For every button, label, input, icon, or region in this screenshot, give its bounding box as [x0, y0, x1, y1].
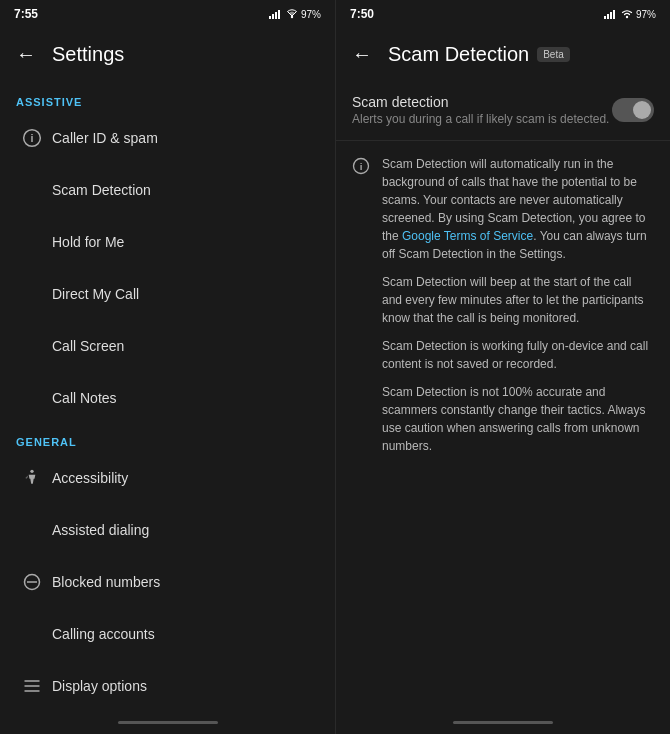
svg-text:i: i [30, 132, 33, 144]
accessibility-icon [16, 468, 48, 488]
blocked-numbers-label: Blocked numbers [52, 574, 319, 590]
svg-rect-16 [604, 16, 606, 19]
right-panel: 7:50 97% ← Scam Detection Beta Scam [335, 0, 670, 734]
svg-rect-3 [278, 10, 280, 19]
right-header: ← Scam Detection Beta [336, 28, 670, 80]
right-wifi-icon [621, 9, 633, 19]
right-back-button[interactable]: ← [352, 43, 372, 66]
beta-badge: Beta [537, 47, 570, 62]
info-para-2: Scam Detection will beep at the start of… [382, 273, 654, 327]
direct-call-label: Direct My Call [52, 286, 319, 302]
left-nav-bar [118, 721, 218, 724]
scam-info-section: i Scam Detection will automatically run … [336, 141, 670, 469]
sidebar-item-assisted-dialing[interactable]: Assisted dialing [0, 504, 335, 556]
svg-point-7 [30, 470, 33, 473]
scam-detection-toggle-row: Scam detection Alerts you during a call … [336, 80, 670, 141]
left-header: ← Settings [0, 28, 335, 80]
svg-rect-17 [607, 14, 609, 19]
signal-icon [269, 9, 283, 19]
sidebar-item-call-notes[interactable]: Call Notes [0, 372, 335, 424]
info-para-4: Scam Detection is not 100% accurate and … [382, 383, 654, 455]
sidebar-item-blocked-numbers[interactable]: Blocked numbers [0, 556, 335, 608]
svg-rect-1 [272, 14, 274, 19]
sidebar-item-hold-for-me[interactable]: Hold for Me [0, 216, 335, 268]
right-page-title: Scam Detection [388, 43, 529, 66]
svg-rect-18 [610, 12, 612, 19]
info-para-3: Scam Detection is working fully on-devic… [382, 337, 654, 373]
left-status-icons: 97% [269, 9, 321, 20]
scam-toggle-info: Scam detection Alerts you during a call … [352, 94, 609, 126]
right-title-row: Scam Detection Beta [388, 43, 570, 66]
info-icon: i [352, 157, 370, 179]
settings-list: ASSISTIVE i Caller ID & spam Scam Detect… [0, 80, 335, 710]
sidebar-item-calling-accounts[interactable]: Calling accounts [0, 608, 335, 660]
assisted-dialing-label: Assisted dialing [52, 522, 319, 538]
sidebar-item-caller-id-spam[interactable]: i Caller ID & spam [0, 112, 335, 164]
info-text-block: Scam Detection will automatically run in… [382, 155, 654, 455]
wifi-icon [286, 9, 298, 19]
right-signal-icon [604, 9, 618, 19]
svg-rect-0 [269, 16, 271, 19]
right-nav-indicator [336, 710, 670, 734]
caller-id-icon: i [16, 128, 48, 148]
call-screen-label: Call Screen [52, 338, 319, 354]
right-status-icons: 97% [604, 9, 656, 20]
scam-detection-toggle[interactable] [612, 98, 654, 122]
left-panel: 7:55 97% ← Settings ASSISTIVE [0, 0, 335, 734]
display-options-icon [16, 676, 48, 696]
sidebar-item-call-screen[interactable]: Call Screen [0, 320, 335, 372]
scam-toggle-sublabel: Alerts you during a call if likely scam … [352, 112, 609, 126]
left-time: 7:55 [14, 7, 38, 21]
left-back-button[interactable]: ← [16, 43, 36, 66]
blocked-numbers-icon [16, 572, 48, 592]
svg-text:i: i [360, 161, 363, 172]
svg-point-4 [291, 16, 293, 18]
left-battery: 97% [301, 9, 321, 20]
sidebar-item-scam-detection[interactable]: Scam Detection [0, 164, 335, 216]
right-time: 7:50 [350, 7, 374, 21]
scam-detection-label: Scam Detection [52, 182, 319, 198]
left-page-title: Settings [52, 43, 124, 66]
display-options-label: Display options [52, 678, 319, 694]
scam-toggle-label: Scam detection [352, 94, 609, 110]
sidebar-item-display-options[interactable]: Display options [0, 660, 335, 710]
caller-id-label: Caller ID & spam [52, 130, 319, 146]
sidebar-item-direct-my-call[interactable]: Direct My Call [0, 268, 335, 320]
svg-point-20 [626, 16, 628, 18]
right-nav-bar [453, 721, 553, 724]
right-battery: 97% [636, 9, 656, 20]
right-status-bar: 7:50 97% [336, 0, 670, 28]
info-para-1: Scam Detection will automatically run in… [382, 155, 654, 263]
sidebar-item-accessibility[interactable]: Accessibility [0, 452, 335, 504]
section-header-general: GENERAL [0, 424, 335, 452]
svg-rect-19 [613, 10, 615, 19]
calling-accounts-label: Calling accounts [52, 626, 319, 642]
accessibility-label: Accessibility [52, 470, 319, 486]
left-status-bar: 7:55 97% [0, 0, 335, 28]
svg-rect-2 [275, 12, 277, 19]
call-notes-label: Call Notes [52, 390, 319, 406]
toggle-knob [633, 101, 651, 119]
section-header-assistive: ASSISTIVE [0, 84, 335, 112]
hold-for-me-label: Hold for Me [52, 234, 319, 250]
left-nav-indicator [0, 710, 335, 734]
google-tos-link[interactable]: Google Terms of Service [402, 229, 533, 243]
